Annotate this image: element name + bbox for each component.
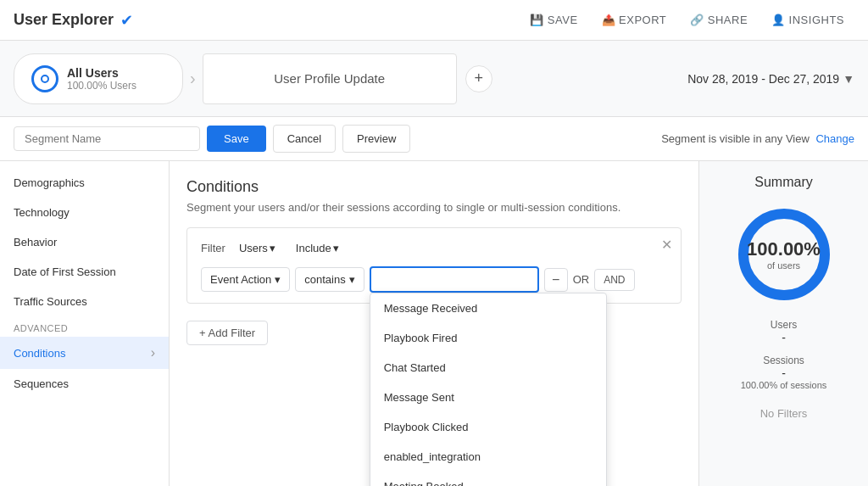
dropdown-item-chat-started[interactable]: Chat Started [370,353,606,383]
sidebar-item-technology[interactable]: Technology [0,198,169,227]
sidebar-item-date-of-first-session[interactable]: Date of First Session [0,257,169,287]
event-action-select[interactable]: Event Action ▾ [201,267,290,292]
contains-dropdown-icon: ▾ [349,273,355,286]
app-title: User Explorer [14,11,114,29]
segment-box-text: User Profile Update [274,71,385,86]
add-segment-button[interactable]: + [465,65,492,92]
sidebar-item-behavior[interactable]: Behavior [0,227,169,257]
users-dropdown-icon: ▾ [270,242,275,254]
users-stat-value: - [713,331,854,344]
header-actions: 💾 SAVE 📤 EXPORT 🔗 SHARE 👤 INSIGHTS [520,8,854,31]
include-dropdown-icon: ▾ [333,242,339,254]
dropdown-item-enabled-integration[interactable]: enabled_integration [370,442,606,472]
dropdown-list: Message Received Playbook Fired Chat Sta… [370,293,607,486]
filter-label: Filter [201,242,225,254]
date-range: Nov 28, 2019 - Dec 27, 2019 ▼ [687,72,854,86]
dropdown-wrapper: Message Received Playbook Fired Chat Sta… [370,266,539,293]
dropdown-item-message-received[interactable]: Message Received [370,293,606,323]
export-icon: 📤 [602,14,616,26]
event-action-dropdown-icon: ▾ [275,273,281,286]
all-users-inner-icon [41,75,49,83]
segment-box: User Profile Update [203,53,457,104]
change-link[interactable]: Change [815,132,854,145]
conditions-content: Conditions Segment your users and/or the… [170,161,698,486]
share-button[interactable]: 🔗 SHARE [680,8,758,31]
donut-percentage: 100.00% [747,238,821,260]
donut-chart: 100.00% of users [713,204,854,305]
and-button[interactable]: AND [594,269,634,291]
condition-value-input[interactable] [370,266,539,293]
contains-select[interactable]: contains ▾ [295,267,364,292]
filter-row: Filter Users ▾ Include ▾ ✕ Event Action … [186,227,682,304]
save-icon: 💾 [530,14,544,26]
all-users-text: All Users 100.00% Users [67,66,136,92]
insights-icon: 👤 [771,14,786,26]
advanced-section-label: Advanced [0,316,169,337]
add-filter-button[interactable]: + Add Filter [186,321,268,345]
no-filters-label: No Filters [713,407,854,420]
segment-name-input[interactable] [14,126,200,151]
summary-title: Summary [713,175,854,190]
dropdown-item-message-sent[interactable]: Message Sent [370,383,606,412]
sessions-stat-value: - [713,366,854,380]
visibility-text: Segment is visible in any View Change [661,132,854,145]
header: User Explorer ✔ 💾 SAVE 📤 EXPORT 🔗 SHARE … [0,0,868,41]
share-icon: 🔗 [690,14,704,26]
filter-condition: Event Action ▾ contains ▾ Message Receiv… [201,266,667,293]
sidebar-item-sequences[interactable]: Sequences [0,369,169,399]
sessions-stat: Sessions - 100.00% of sessions [713,355,854,390]
conditions-title: Conditions [186,178,682,196]
all-users-icon [31,65,58,92]
conditions-subtitle: Segment your users and/or their sessions… [186,201,682,214]
header-left: User Explorer ✔ [14,11,133,30]
filter-close-button[interactable]: ✕ [661,237,672,253]
sessions-stat-label: Sessions [713,355,854,366]
verified-icon: ✔ [120,11,133,30]
save-button[interactable]: 💾 SAVE [520,8,587,31]
dropdown-item-playbook-clicked[interactable]: Playbook Clicked [370,412,606,442]
sessions-stat-sub: 100.00% of sessions [713,380,854,390]
users-stat-label: Users [713,319,854,331]
users-select[interactable]: Users ▾ [232,238,282,258]
remove-condition-button[interactable]: − [544,268,568,292]
dropdown-item-meeting-booked[interactable]: Meeting Booked [370,472,606,486]
conditions-arrow-icon: › [151,345,155,360]
or-label: OR [573,273,590,286]
users-stat: Users - [713,319,854,344]
dropdown-item-playbook-fired[interactable]: Playbook Fired [370,323,606,353]
donut-label: of users [747,260,821,271]
sidebar: Demographics Technology Behavior Date of… [0,161,170,486]
sidebar-item-traffic-sources[interactable]: Traffic Sources [0,287,169,316]
donut-text: 100.00% of users [747,238,821,271]
save-segment-button[interactable]: Save [207,126,266,152]
filter-header: Filter Users ▾ Include ▾ ✕ [201,238,667,258]
date-range-arrow: ▼ [843,72,854,86]
controls-bar: Save Cancel Preview Segment is visible i… [0,117,868,161]
segment-bar: All Users 100.00% Users › User Profile U… [0,41,868,117]
insights-button[interactable]: 👤 INSIGHTS [761,8,854,31]
preview-button[interactable]: Preview [342,125,410,153]
cancel-button[interactable]: Cancel [273,125,336,153]
segment-arrow: › [190,69,196,88]
all-users-pill[interactable]: All Users 100.00% Users [14,53,183,104]
sidebar-item-demographics[interactable]: Demographics [0,168,169,198]
sidebar-item-conditions[interactable]: Conditions › [0,337,169,369]
main: Demographics Technology Behavior Date of… [0,161,868,486]
export-button[interactable]: 📤 EXPORT [592,8,677,31]
include-select[interactable]: Include ▾ [289,238,346,258]
summary-panel: Summary 100.00% of users Users - Session… [698,161,868,486]
